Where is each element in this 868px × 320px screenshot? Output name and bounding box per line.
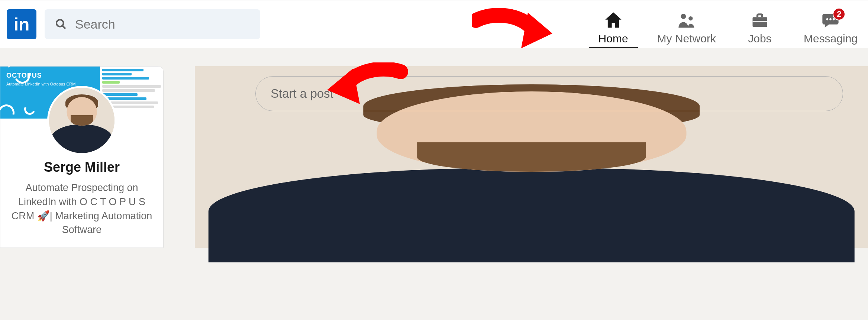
svg-point-7 [830,18,832,20]
nav-network[interactable]: My Network [657,11,716,48]
svg-line-1 [62,26,65,29]
profile-avatar[interactable] [47,86,116,155]
svg-point-0 [57,20,64,27]
home-icon [604,11,623,30]
post-avatar[interactable] [210,77,244,111]
linkedin-logo[interactable]: in [7,9,36,39]
search-input[interactable] [75,17,250,32]
svg-rect-5 [752,21,767,22]
network-icon [677,11,696,30]
feed-column: Start a post Photo [195,66,868,248]
svg-rect-4 [752,17,767,27]
start-post-box: Start a post Photo [195,66,858,155]
nav-home[interactable]: Home [591,11,636,48]
nav-jobs-label: Jobs [748,32,771,45]
profile-card[interactable]: OCTOPUS Automate LinkedIn with Octopus C… [0,66,164,248]
profile-headline: Automate Prospecting on LinkedIn with O … [9,181,155,237]
nav-home-label: Home [598,32,628,45]
nav-messaging-label: Messaging [804,32,858,45]
start-post-button[interactable]: Start a post [255,76,843,111]
svg-point-6 [826,18,829,20]
nav-network-label: My Network [657,32,716,45]
search-box[interactable] [45,9,260,39]
svg-point-3 [688,16,693,20]
search-icon [55,18,67,30]
profile-name[interactable]: Serge Miller [9,159,155,175]
nav-messaging[interactable]: 2 Messaging [804,11,858,48]
briefcase-icon [750,11,769,30]
svg-point-2 [681,14,686,19]
top-nav: in Home My Network J [0,0,868,48]
nav-jobs[interactable]: Jobs [738,11,782,48]
messaging-badge: 2 [833,8,845,20]
nav-items: Home My Network Jobs [591,0,861,48]
start-post-placeholder: Start a post [271,87,333,101]
